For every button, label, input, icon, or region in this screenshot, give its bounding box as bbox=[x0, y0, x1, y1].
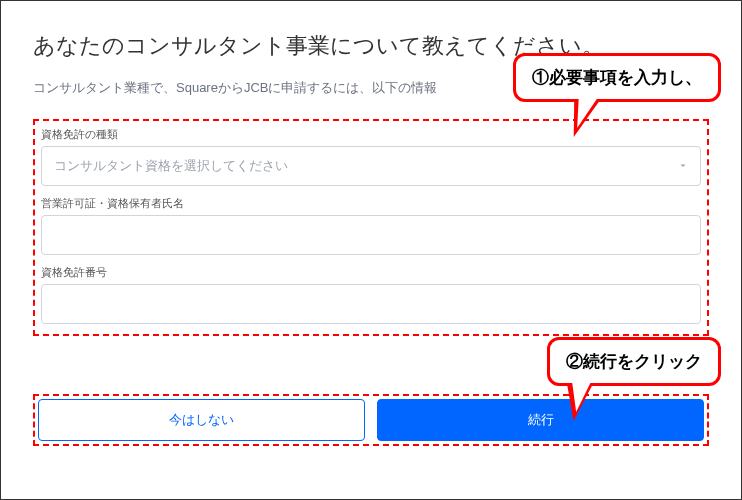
annotation-callout-2: ②続行をクリック bbox=[547, 337, 721, 386]
continue-button[interactable]: 続行 bbox=[377, 399, 704, 441]
license-type-select[interactable]: コンサルタント資格を選択してください bbox=[41, 146, 701, 186]
field-license-number: 資格免許番号 bbox=[41, 265, 701, 324]
chevron-down-icon bbox=[678, 161, 688, 171]
field-license-type: 資格免許の種類 コンサルタント資格を選択してください bbox=[41, 127, 701, 186]
form-highlight-area: 資格免許の種類 コンサルタント資格を選択してください 営業許可証・資格保有者氏名… bbox=[33, 119, 709, 336]
holder-name-input[interactable] bbox=[41, 215, 701, 255]
button-row-highlight: 今はしない 続行 bbox=[33, 394, 709, 446]
license-number-input[interactable] bbox=[41, 284, 701, 324]
field-holder-name: 営業許可証・資格保有者氏名 bbox=[41, 196, 701, 255]
holder-name-label: 営業許可証・資格保有者氏名 bbox=[41, 196, 701, 211]
annotation-callout-1: ①必要事項を入力し、 bbox=[513, 53, 721, 102]
skip-button[interactable]: 今はしない bbox=[38, 399, 365, 441]
license-type-placeholder: コンサルタント資格を選択してください bbox=[54, 157, 288, 175]
license-type-label: 資格免許の種類 bbox=[41, 127, 701, 142]
license-number-label: 資格免許番号 bbox=[41, 265, 701, 280]
